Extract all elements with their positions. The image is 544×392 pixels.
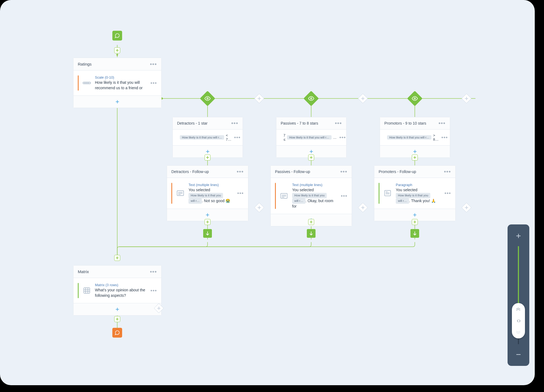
eye-icon [205, 95, 211, 101]
arrow-down-button[interactable] [410, 229, 419, 238]
zoom-panel: + ︿︿ -□- ﹀﹀ − [508, 224, 529, 366]
chat-icon [115, 330, 120, 335]
item-question: You selected How likely is it that you w… [292, 187, 338, 209]
scale-icon [82, 80, 92, 86]
add-node-button[interactable] [114, 255, 120, 261]
eye-icon [308, 95, 314, 101]
node-title: Matrix [78, 269, 89, 274]
condition-chip: How likely is it that you will r… [387, 135, 431, 140]
question-item[interactable]: Paragraph You selected How likely is it … [374, 178, 455, 209]
promoters-condition-node[interactable]: Promotors - 9 to 10 stars ••• How likely… [380, 117, 450, 158]
accent-bar [379, 183, 379, 204]
plus-icon: + [115, 306, 119, 313]
item-type-label: Matrix (3 rows) [95, 283, 147, 287]
condition-row[interactable]: How likely is it that you will r… < 7… •… [173, 129, 243, 145]
item-question: What's your opinion about the following … [95, 288, 147, 298]
node-menu-icon[interactable]: ••• [150, 271, 157, 272]
zoom-fill [518, 246, 519, 311]
ratings-node[interactable]: Ratings ••• Scale (0-10) How likely is i… [73, 58, 162, 108]
start-node[interactable] [112, 31, 122, 41]
arrow-down-icon [309, 231, 313, 236]
plus-icon: + [206, 212, 209, 218]
add-node-button[interactable] [412, 219, 418, 225]
promoters-followup-node[interactable]: Promoters - Follow-up ••• Paragraph You … [374, 165, 456, 221]
node-menu-icon[interactable]: ••• [335, 123, 342, 124]
accent-bar [275, 183, 276, 209]
passives-followup-node[interactable]: Passives - Follow-up ••• Text (multiple … [270, 165, 352, 226]
condition-prefix: 7 ≤ [283, 133, 285, 141]
item-menu-icon[interactable]: ••• [150, 82, 157, 84]
condition-diamond[interactable] [200, 91, 215, 106]
question-item[interactable]: Text (multiple lines) You selected How l… [271, 178, 352, 214]
add-node-button[interactable] [205, 219, 211, 225]
add-node-button[interactable] [412, 155, 418, 160]
item-menu-icon[interactable]: ••• [234, 137, 241, 138]
branch-add-marker[interactable] [358, 94, 368, 104]
item-menu-icon[interactable]: ••• [444, 193, 451, 194]
arrow-down-button[interactable] [307, 229, 316, 238]
node-title: Passives - 7 to 8 stars [281, 121, 318, 125]
add-node-button[interactable] [205, 155, 211, 160]
condition-row[interactable]: 7 ≤ How likely is it that you will r… … … [276, 129, 346, 145]
branch-add-marker[interactable] [254, 94, 264, 104]
condition-trail: … [333, 135, 337, 140]
node-menu-icon[interactable]: ••• [231, 123, 238, 124]
node-title: Detractors - Follow-up [171, 169, 209, 174]
branch-add-marker[interactable] [254, 203, 264, 213]
plus-icon: + [413, 212, 417, 218]
condition-diamond[interactable] [407, 91, 423, 106]
add-node-button[interactable] [114, 316, 120, 322]
detractors-condition-node[interactable]: Detractors - 1 star ••• How likely is it… [172, 117, 243, 158]
node-title: Promoters - Follow-up [379, 169, 416, 174]
item-menu-icon[interactable]: ••• [150, 290, 157, 291]
plus-icon: + [206, 148, 209, 155]
arrow-down-icon [206, 231, 209, 236]
workflow-canvas[interactable]: Ratings ••• Scale (0-10) How likely is i… [0, 0, 535, 385]
item-menu-icon[interactable]: ••• [441, 137, 448, 138]
add-item-button[interactable]: + [73, 95, 161, 108]
arrow-down-icon [413, 231, 417, 236]
matrix-node[interactable]: Matrix ••• Matrix (3 rows) What's your o… [73, 265, 162, 316]
branch-add-marker[interactable] [358, 203, 368, 213]
question-item[interactable]: Scale (0-10) How likely is it that you w… [73, 70, 161, 95]
item-menu-icon[interactable]: ••• [237, 193, 244, 194]
condition-diamond[interactable] [304, 91, 319, 106]
grid-icon [82, 287, 92, 294]
add-node-button[interactable] [308, 219, 314, 225]
add-node-button[interactable] [114, 47, 120, 53]
node-menu-icon[interactable]: ••• [438, 123, 446, 124]
branch-add-marker[interactable] [462, 94, 472, 104]
item-type-label: Paragraph [396, 183, 441, 187]
condition-operator: < 7… [226, 133, 231, 141]
question-item[interactable]: Matrix (3 rows) What's your opinion abou… [73, 278, 161, 303]
question-item[interactable]: Text (multiple lines) You selected How l… [167, 178, 248, 209]
passives-condition-node[interactable]: Passives - 7 to 8 stars ••• 7 ≤ How like… [276, 117, 347, 158]
detractors-followup-node[interactable]: Detractors - Follow-up ••• Text (multipl… [167, 165, 248, 221]
arrow-down-button[interactable] [203, 229, 212, 238]
grip-icon: -□- [517, 319, 520, 323]
plus-icon: + [309, 148, 313, 155]
condition-operator: > 8… [433, 133, 438, 141]
condition-chip: How likely is it that you will r… [180, 135, 224, 140]
node-menu-icon[interactable]: ••• [444, 171, 451, 172]
zoom-handle[interactable]: ︿︿ -□- ﹀﹀ [512, 303, 525, 338]
zoom-in-button[interactable]: + [508, 230, 529, 241]
condition-row[interactable]: How likely is it that you will r… > 8… •… [380, 129, 450, 145]
node-menu-icon[interactable]: ••• [340, 171, 347, 172]
item-menu-icon[interactable]: ••• [339, 137, 346, 138]
add-item-button[interactable]: + [73, 303, 161, 315]
branch-add-marker[interactable] [462, 203, 472, 213]
chat-icon [115, 33, 120, 38]
accent-bar [171, 183, 172, 204]
end-node[interactable] [112, 328, 122, 338]
zoom-track[interactable]: ︿︿ -□- ﹀﹀ [518, 246, 519, 344]
node-menu-icon[interactable]: ••• [237, 171, 244, 172]
accent-bar [78, 75, 79, 91]
node-menu-icon[interactable]: ••• [150, 64, 157, 65]
item-menu-icon[interactable]: ••• [341, 195, 347, 196]
node-title: Passives - Follow-up [275, 169, 310, 174]
svg-rect-15 [83, 82, 91, 84]
svg-point-21 [310, 98, 312, 99]
zoom-out-button[interactable]: − [508, 349, 529, 360]
add-node-button[interactable] [308, 155, 314, 160]
